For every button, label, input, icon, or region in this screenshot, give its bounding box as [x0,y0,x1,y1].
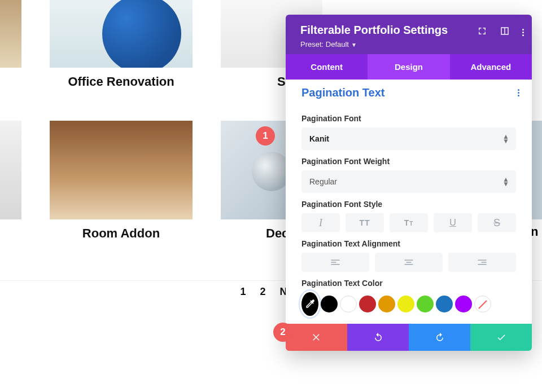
thumb-edge-right [532,121,542,219]
panel-header[interactable]: Filterable Portfolio Settings Preset: De… [286,15,532,54]
style-uppercase-button[interactable]: TT [346,213,384,232]
select-value: Kanit [309,134,329,143]
color-swatches [301,292,516,316]
style-smallcaps-button[interactable]: TT [390,213,428,232]
portfolio-thumb[interactable] [50,0,193,68]
select-pagination-font-weight[interactable]: Regular ▲▼ [301,170,516,193]
thumb-edge-left [0,0,21,68]
color-swatch[interactable] [417,296,434,312]
portfolio-caption-partial: n [531,224,538,239]
select-arrows-icon: ▲▼ [502,177,509,186]
panel-tabs: Content Design Advanced [286,54,532,80]
font-style-buttons: I TT TT U S [301,213,516,232]
redo-button[interactable] [409,324,470,351]
color-swatch[interactable] [321,296,338,312]
label-pagination-text-alignment: Pagination Text Alignment [301,239,516,248]
label-pagination-font-weight: Pagination Font Weight [301,157,516,166]
preset-selector[interactable]: Preset: Default▼ [300,40,522,49]
section-kebab-icon[interactable] [518,89,519,96]
portfolio-caption[interactable]: Office Renovation [50,74,193,89]
style-italic-button[interactable]: I [301,213,340,232]
redo-icon [435,332,445,342]
thumb-edge-left [0,121,21,219]
kebab-menu-icon[interactable] [522,29,524,36]
label-pagination-text-color: Pagination Text Color [301,279,516,288]
portfolio-thumb[interactable] [50,121,193,219]
annotation-badge-2: 2 [273,323,292,342]
color-swatch[interactable] [397,296,414,312]
color-swatch-none[interactable] [474,296,491,312]
align-left-button[interactable] [301,253,369,272]
color-swatch[interactable] [436,296,453,312]
pagination-page[interactable]: 2 [260,286,265,297]
cancel-button[interactable] [286,324,347,351]
undo-button[interactable] [347,324,409,351]
color-swatch[interactable] [359,296,376,312]
preset-label: Preset: Default [300,40,349,49]
chevron-down-icon: ▼ [351,42,357,48]
style-underline-button[interactable]: U [434,213,472,232]
align-center-button[interactable] [375,253,443,272]
color-picker-button[interactable] [301,292,318,316]
color-swatch[interactable] [340,296,357,312]
label-pagination-font-style: Pagination Font Style [301,200,516,209]
portfolio-caption-partial: Dec [221,226,289,241]
align-right-button[interactable] [448,253,516,272]
confirm-button[interactable] [470,324,532,351]
section-title[interactable]: Pagination Text [301,86,384,99]
layout-icon[interactable] [500,26,510,38]
label-pagination-font: Pagination Font [301,114,516,123]
style-strikethrough-button[interactable]: S [478,213,516,232]
undo-icon [373,332,383,342]
eyedropper-icon [304,298,316,310]
close-icon [312,332,322,342]
annotation-badge-1: 1 [256,126,275,146]
panel-footer [286,324,532,351]
color-swatch[interactable] [378,296,395,312]
select-arrows-icon: ▲▼ [502,134,509,143]
portfolio-thumb[interactable] [221,121,289,219]
text-alignment-buttons [301,253,516,272]
select-value: Regular [309,177,337,186]
settings-panel: Filterable Portfolio Settings Preset: De… [286,15,532,351]
portfolio-caption[interactable]: Room Addon [50,226,193,241]
select-pagination-font[interactable]: Kanit ▲▼ [301,127,516,150]
tab-design[interactable]: Design [368,54,449,80]
color-swatch[interactable] [455,296,472,312]
check-icon [496,332,506,342]
pagination-page[interactable]: 1 [240,286,246,297]
tab-advanced[interactable]: Advanced [450,54,532,80]
tab-content[interactable]: Content [286,54,368,80]
expand-icon[interactable] [477,26,487,38]
